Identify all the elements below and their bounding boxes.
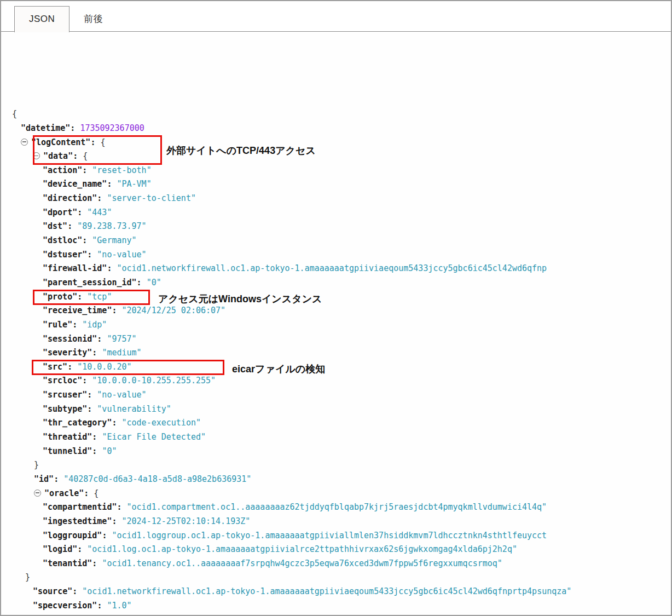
json-line: "dstloc": "Germany" — [1, 234, 671, 248]
json-string-value: "server-to-client" — [107, 193, 196, 203]
json-punct: : — [92, 446, 102, 456]
tab-bar: JSON 前後 — [1, 1, 671, 32]
json-punct: : — [72, 320, 82, 330]
json-string-value: "Eicar File Detected" — [102, 432, 206, 442]
json-punct: : — [112, 418, 121, 428]
json-line: "subtype": "vulnerability" — [1, 402, 671, 417]
json-line: "receive_time": "2024/12/25 02:06:07" — [1, 304, 671, 318]
highlight-box-src — [33, 290, 150, 305]
json-line: "direction": "server-to-client" — [1, 192, 671, 206]
json-line: "srcloc": "10.0.0.0-10.255.255.255" — [1, 374, 671, 388]
json-key: "datetime" — [21, 123, 70, 133]
json-key: "rule" — [43, 320, 72, 330]
json-punct: : — [82, 376, 92, 385]
json-string-value: "code-execution" — [122, 418, 201, 428]
json-punct: : — [87, 250, 97, 260]
json-string-value: "ocid1.tenancy.oc1..aaaaaaaaf7srpqhw4gcz… — [102, 559, 502, 568]
json-punct: : — [102, 531, 112, 540]
json-key: "sessionid" — [43, 334, 97, 344]
json-string-value: "9757" — [107, 334, 136, 344]
json-key: "threatid" — [43, 432, 92, 442]
json-line: "thr_category": "code-execution" — [1, 416, 671, 430]
json-number-value: 1735092367000 — [80, 123, 144, 133]
json-string-value: "idp" — [82, 320, 107, 330]
json-key: "tenantid" — [43, 559, 92, 568]
json-punct: : — [54, 474, 63, 484]
json-area: {"datetime": 1735092367000"logContent": … — [1, 32, 671, 615]
json-string-value: "ocid1.loggroup.oc1.ap-tokyo-1.amaaaaaat… — [112, 531, 547, 540]
collapse-toggle-icon[interactable] — [21, 139, 28, 146]
json-line: "tenantid": "ocid1.tenancy.oc1..aaaaaaaa… — [1, 557, 671, 571]
json-line: "logid": "ocid1.log.oc1.ap-tokyo-1.amaaa… — [1, 543, 671, 557]
json-string-value: "ocid1.compartment.oc1..aaaaaaaaz62tjddy… — [127, 502, 547, 512]
json-key: "receive_time" — [43, 306, 112, 315]
json-punct: : — [112, 516, 121, 526]
json-punct: : — [77, 544, 87, 554]
json-key: "ingestedtime" — [43, 516, 112, 526]
json-punct: : — [77, 208, 87, 217]
json-punct: : — [107, 263, 117, 273]
json-punct: : — [84, 488, 94, 498]
json-string-value: "10.0.0.0-10.255.255.255" — [92, 376, 216, 385]
json-string-value: "no-value" — [97, 390, 146, 400]
json-line: "time": "2024-12-25T02:06:07.000Z" — [1, 613, 671, 615]
json-line: "dst": "89.238.73.97" — [1, 220, 671, 234]
json-punct: : — [137, 278, 147, 287]
json-punct: : — [70, 123, 80, 133]
json-punct: : — [62, 614, 72, 615]
json-line: "sessionid": "9757" — [1, 332, 671, 347]
json-line: "oracle": { — [1, 487, 671, 501]
json-punct: : — [72, 586, 82, 596]
json-key: "severity" — [43, 348, 92, 358]
json-line: "specversion": "1.0" — [1, 599, 671, 613]
json-punct: : — [87, 390, 97, 400]
json-key: "direction" — [43, 193, 97, 203]
tab-context[interactable]: 前後 — [69, 5, 117, 32]
json-punct: : — [92, 432, 102, 442]
json-line: "device_name": "PA-VM" — [1, 177, 671, 192]
json-string-value: "2024-12-25T02:06:07.000Z" — [72, 614, 201, 615]
json-punct: : — [107, 179, 117, 189]
json-key: "loggroupid" — [43, 531, 102, 540]
json-string-value: "medium" — [102, 348, 141, 358]
json-key: "time" — [33, 614, 62, 615]
json-string-value: "0" — [147, 278, 161, 287]
json-line: "action": "reset-both" — [1, 164, 671, 178]
json-line: "rule": "idp" — [1, 318, 671, 332]
tab-json[interactable]: JSON — [14, 6, 69, 32]
json-punct: : — [87, 404, 97, 414]
json-string-value: "no-value" — [97, 250, 146, 260]
json-key: "firewall-id" — [43, 263, 107, 273]
json-string-value: "reset-both" — [92, 165, 151, 175]
json-line: "compartmentid": "ocid1.compartment.oc1.… — [1, 500, 671, 515]
annotation-src: アクセス元はWindowsインスタンス — [158, 292, 322, 307]
json-key: "dstloc" — [43, 235, 82, 245]
json-line: "dport": "443" — [1, 206, 671, 220]
json-brace: } — [34, 460, 39, 470]
json-punct: : — [67, 221, 77, 231]
json-key: "dst" — [43, 221, 67, 231]
collapse-toggle-icon[interactable] — [34, 490, 41, 497]
json-key: "srcuser" — [43, 390, 87, 400]
json-key: "dport" — [43, 208, 77, 217]
json-line: "tunnelid": "0" — [1, 445, 671, 459]
json-line: "loggroupid": "ocid1.loggroup.oc1.ap-tok… — [1, 529, 671, 543]
json-key: "subtype" — [43, 404, 87, 414]
json-string-value: "2024-12-25T02:10:14.193Z" — [122, 516, 251, 526]
json-string-value: "ocid1.networkfirewall.oc1.ap-tokyo-1.am… — [82, 586, 571, 596]
json-line: "dstuser": "no-value" — [1, 248, 671, 262]
json-key: "oracle" — [44, 488, 84, 498]
json-key: "specversion" — [33, 601, 97, 611]
json-string-value: "Germany" — [92, 235, 136, 245]
json-line: "id": "40287c0d-d6a3-4a18-a5d8-a98e2b636… — [1, 473, 671, 487]
log-detail-panel: JSON 前後 {"datetime": 1735092367000"logCo… — [0, 0, 672, 616]
json-punct: : — [97, 193, 107, 203]
json-punct: : — [92, 348, 102, 358]
json-brace: { — [94, 488, 99, 498]
json-key: "id" — [34, 474, 54, 484]
json-key: "compartmentid" — [43, 502, 117, 512]
json-line: "parent_session_id": "0" — [1, 276, 671, 290]
json-line: "datetime": 1735092367000 — [1, 122, 671, 136]
json-punct: : — [82, 165, 92, 175]
json-punct: : — [92, 559, 102, 568]
